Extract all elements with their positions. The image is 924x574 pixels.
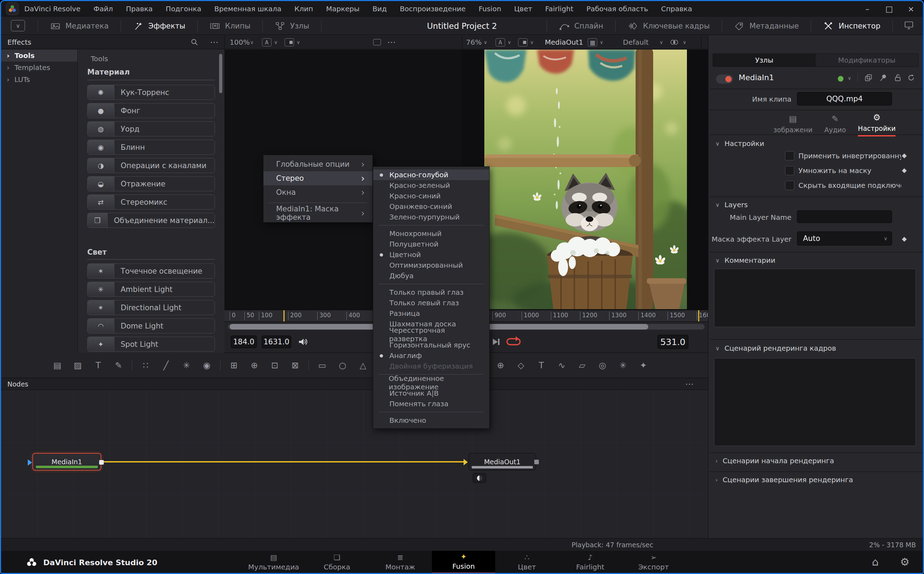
- effects-options-icon[interactable]: ⋯: [210, 35, 219, 49]
- polygon-mask-icon[interactable]: △: [356, 358, 370, 372]
- background-tool-icon[interactable]: ▤: [50, 358, 65, 372]
- submenu-item[interactable]: ● Двойная буферизация: [373, 361, 489, 371]
- sharpen-tool-icon[interactable]: ╱: [159, 358, 173, 372]
- versions-icon[interactable]: [864, 74, 872, 82]
- clips-button[interactable]: Клипы: [198, 17, 262, 35]
- node-output-port[interactable]: [534, 460, 539, 464]
- effect-item[interactable]: ◍ Уорд: [87, 121, 215, 136]
- dve-tool-icon[interactable]: ⊡: [268, 358, 282, 372]
- image-plane-tool-icon[interactable]: ▱: [575, 358, 589, 372]
- lock-icon[interactable]: [894, 74, 902, 82]
- audio-mute-icon[interactable]: [298, 337, 308, 347]
- page-tab-fairlight[interactable]: ♪ Fairlight: [558, 551, 622, 574]
- submenu-item[interactable]: ● Анаглиф: [373, 350, 489, 361]
- submenu-item[interactable]: ● Оранжево-синий: [373, 201, 489, 212]
- submenu-item[interactable]: ● Дюбуа: [373, 270, 489, 281]
- ellipse-mask-icon[interactable]: ○: [336, 358, 350, 372]
- comments-textarea[interactable]: [714, 269, 916, 327]
- merge-tool-icon[interactable]: ⊕: [247, 358, 261, 372]
- viewer-assign-badge[interactable]: [473, 473, 486, 483]
- page-tab-deliver[interactable]: ➢ Экспорт: [622, 551, 685, 574]
- submenu-item[interactable]: ● Красно-голубой: [373, 170, 489, 180]
- page-tab-color[interactable]: ∴ Цвет: [495, 551, 558, 574]
- submenu-item[interactable]: ● Полуцветной: [373, 239, 489, 249]
- comments-section-header[interactable]: ∨Комментарии: [716, 256, 775, 265]
- fastnoise-tool-icon[interactable]: ▨: [71, 358, 85, 372]
- menu-item[interactable]: Файл: [93, 5, 113, 13]
- playhead[interactable]: [284, 310, 285, 322]
- subtab-image[interactable]: ▤ зображени: [773, 114, 812, 136]
- effects-scrollbar[interactable]: [219, 54, 222, 93]
- chevron-down-icon[interactable]: ∨: [683, 35, 686, 49]
- chevron-down-icon[interactable]: ∨: [530, 35, 534, 49]
- transform-tool-icon[interactable]: ⊞: [227, 358, 241, 372]
- start-render-scripts-header[interactable]: ›Сценарии начала рендеринга: [716, 457, 834, 465]
- menu-item[interactable]: Цвет: [514, 5, 532, 13]
- chevron-down-icon[interactable]: ∨: [600, 35, 603, 49]
- maximize-button[interactable]: □: [884, 5, 894, 13]
- minimize-button[interactable]: –: [863, 5, 872, 13]
- render-out-field[interactable]: 1631.0: [262, 336, 291, 348]
- tree-item-tools[interactable]: › Tools: [1, 50, 77, 62]
- submenu-item[interactable]: ●: [379, 225, 484, 226]
- effect-item[interactable]: ✺ Кук-Торренс: [87, 85, 215, 100]
- node-input-port[interactable]: [464, 459, 468, 465]
- effect-item[interactable]: ◉ Блинн: [87, 140, 215, 155]
- range-end-marker[interactable]: [698, 310, 699, 322]
- submenu-item[interactable]: ● Зелено-пурпурный: [373, 212, 489, 222]
- close-button[interactable]: ×: [906, 5, 916, 13]
- nodes-options-icon[interactable]: ⋯: [685, 378, 694, 390]
- keyframe-diamond-icon[interactable]: ◆: [902, 151, 907, 159]
- menu-item[interactable]: Рабочая область: [587, 5, 648, 13]
- effects-button[interactable]: Эффекты: [121, 17, 197, 35]
- frame-render-script-header[interactable]: ∨Сценарий рендеринга кадров: [716, 344, 836, 352]
- viewer2-zoom[interactable]: 76%: [466, 35, 481, 49]
- submenu-item[interactable]: ● Красно-синий: [373, 191, 489, 201]
- menu-item[interactable]: Вид: [372, 5, 387, 13]
- submenu-item[interactable]: ● Поменять глаза: [373, 399, 489, 409]
- chevron-down-icon[interactable]: ∨: [659, 35, 663, 49]
- effect-item[interactable]: ❒ Объединение материал...: [87, 213, 215, 228]
- viewer2-ab-button[interactable]: A: [495, 38, 505, 46]
- submenu-item[interactable]: ● Только левый глаз: [373, 298, 489, 308]
- pin-icon[interactable]: [879, 74, 887, 82]
- glow-tool-icon[interactable]: ✳: [180, 358, 194, 372]
- color-wheels-icon[interactable]: [669, 38, 679, 46]
- submenu-item[interactable]: ●: [379, 412, 484, 412]
- frame-render-script-textarea[interactable]: [714, 358, 916, 446]
- viewer2-node-name[interactable]: MediaOut1: [545, 35, 583, 49]
- node-graph[interactable]: [1, 390, 708, 538]
- chevron-down-icon[interactable]: ∨: [508, 35, 511, 49]
- effect-item[interactable]: ✳ Ambient Light: [87, 282, 215, 297]
- camera3d-tool-icon[interactable]: ◎: [596, 358, 610, 372]
- menu-item[interactable]: Воспроизведение: [400, 5, 466, 13]
- subtab-settings[interactable]: ⚙ Настройки: [858, 112, 896, 136]
- submenu-item[interactable]: ● Только правый глаз: [373, 287, 489, 298]
- keyframe-diamond-icon[interactable]: ◆: [902, 166, 907, 174]
- node-enable-toggle[interactable]: [716, 74, 733, 84]
- ui-toggle-button[interactable]: ∨: [11, 20, 25, 31]
- next-frame-icon[interactable]: [492, 337, 501, 346]
- chevron-down-icon[interactable]: ∨: [848, 75, 851, 81]
- chevron-down-icon[interactable]: ∨: [250, 35, 254, 49]
- inspector-button[interactable]: Инспектор: [811, 17, 892, 35]
- node-input-port[interactable]: [28, 459, 32, 466]
- layers-section-header[interactable]: ∨Layers: [716, 200, 748, 209]
- render-in-field[interactable]: 184.0: [231, 336, 257, 348]
- menu-stereo[interactable]: Стерео ›: [263, 171, 372, 185]
- home-icon[interactable]: ⌂: [872, 556, 878, 568]
- color-corrector-tool-icon[interactable]: ◉: [200, 358, 214, 372]
- menu-item[interactable]: Fairlight: [545, 5, 573, 13]
- effect-item[interactable]: ◠ Dome Light: [87, 318, 215, 333]
- tool-icon[interactable]: [132, 360, 132, 371]
- spline3d-tool-icon[interactable]: ∿: [555, 358, 569, 372]
- effect-item[interactable]: ● Фонг: [87, 103, 215, 118]
- effect-item[interactable]: ⇄ Стереомикс: [87, 194, 215, 210]
- submenu-item[interactable]: ● Включено: [373, 415, 489, 426]
- merge3d-tool-icon[interactable]: ⊕: [494, 358, 508, 372]
- viewer1-zoom[interactable]: 100%: [230, 35, 250, 49]
- clip-name-field[interactable]: QQQ.mp4: [797, 92, 892, 106]
- submenu-item[interactable]: ● Цветной: [373, 249, 489, 260]
- loop-playback-icon[interactable]: [506, 336, 521, 348]
- renderer3d-tool-icon[interactable]: ✦: [636, 358, 650, 372]
